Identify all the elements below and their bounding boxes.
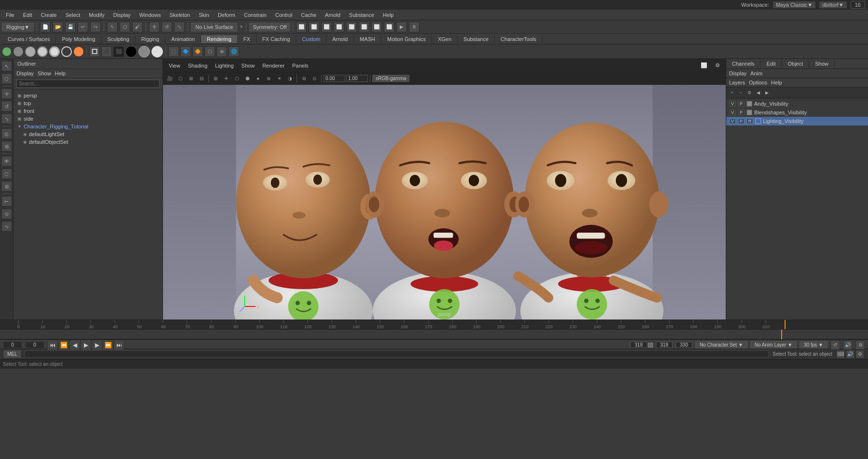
rp-layers-btn[interactable]: Layers — [729, 80, 745, 85]
wireframe-btn[interactable]: ⬡ — [1, 168, 12, 179]
frame-330-display[interactable] — [676, 342, 692, 348]
tab-arnold[interactable]: Arnold — [326, 35, 354, 43]
scale-btn[interactable]: ⤡ — [174, 22, 185, 32]
next-key-btn[interactable]: ▶ — [92, 340, 102, 350]
menu-skeleton[interactable]: Skeleton — [165, 11, 194, 19]
prev-key-btn[interactable]: ◀ — [69, 340, 80, 350]
redo-btn[interactable]: ↪ — [90, 22, 101, 32]
viewport[interactable]: View Shading Lighting Show Renderer Pane… — [163, 59, 726, 320]
command-input[interactable] — [25, 350, 769, 358]
vp-grid-btn[interactable]: ⊞ — [211, 74, 220, 83]
uvs-btn[interactable]: ⊞ — [1, 181, 12, 192]
rt-btn10[interactable]: ⬛ — [113, 46, 124, 57]
step-back-btn[interactable]: ⏪ — [58, 340, 69, 350]
tab-mash[interactable]: MASH — [354, 35, 381, 43]
menu-constrain[interactable]: Constrain — [240, 11, 271, 19]
menu-deform[interactable]: Deform — [214, 11, 239, 19]
snap-btn[interactable]: ⊞ — [1, 141, 12, 152]
vp-menu-view[interactable]: View — [166, 62, 183, 70]
rewind-start-btn[interactable]: ⏮ — [47, 340, 58, 350]
new-scene-btn[interactable]: 📄 — [40, 22, 51, 32]
rt-btn13[interactable]: 🔶 — [192, 46, 203, 57]
tab-poly-modeling[interactable]: Poly Modeling — [56, 35, 101, 43]
menu-select[interactable]: Select — [62, 11, 84, 19]
joints-btn[interactable]: ⊙ — [1, 209, 12, 219]
user-dropdown[interactable]: dbittorf▼ — [819, 1, 847, 8]
vp-iso-btn[interactable]: ⧉ — [299, 74, 309, 83]
tree-item-side[interactable]: ▣ side — [14, 115, 163, 123]
save-scene-btn[interactable]: 💾 — [65, 22, 76, 32]
tab-custom[interactable]: Custom — [296, 35, 326, 43]
vp-toggle3[interactable]: ⊟ — [197, 74, 206, 83]
layer-add-btn[interactable]: + — [728, 89, 736, 97]
tab-rigging[interactable]: Rigging — [136, 35, 165, 43]
rt-btn11[interactable]: ⬚ — [168, 46, 179, 57]
search-input[interactable] — [16, 80, 160, 88]
vp-menu-shading[interactable]: Shading — [185, 62, 210, 70]
tb-icon6[interactable]: ⬜ — [359, 22, 369, 32]
outliner-menu-help[interactable]: Help — [55, 70, 66, 76]
tab-substance[interactable]: Substance — [458, 35, 495, 43]
layer-v1[interactable]: V — [729, 101, 736, 107]
rp-tab-channels[interactable]: Channels — [726, 59, 760, 69]
tb-icon8[interactable]: ⬜ — [384, 22, 394, 32]
step-fwd-btn[interactable]: ⏩ — [103, 340, 113, 350]
vp-smooth-btn[interactable]: ⬢ — [243, 74, 252, 83]
tree-item-objectset[interactable]: ◉ defaultObjectSet — [14, 138, 163, 146]
menu-windows[interactable]: Windows — [136, 11, 165, 19]
vp-menu-lighting[interactable]: Lighting — [212, 62, 237, 70]
tree-item-lightset[interactable]: ◉ defaultLightSet — [14, 130, 163, 138]
tree-item-persp[interactable]: ▣ persp — [14, 92, 163, 99]
rp-subtab-anim[interactable]: Anim — [750, 70, 762, 76]
layer-arrow-btn[interactable]: ◀ — [754, 89, 762, 97]
viewport-canvas[interactable]: x y persp — [163, 85, 726, 320]
rt-black-btn[interactable] — [125, 46, 137, 57]
rt-btn4[interactable] — [37, 46, 48, 57]
rt-btn2[interactable] — [13, 46, 24, 57]
vp-menu-panels[interactable]: Panels — [289, 62, 312, 70]
menu-file[interactable]: File — [2, 11, 18, 19]
rp-options-btn[interactable]: Options — [749, 80, 767, 85]
vp-origin-btn[interactable]: ✛ — [221, 74, 231, 83]
tab-curves-surfaces[interactable]: Curves / Surfaces — [2, 35, 56, 43]
curves-btn[interactable]: ∿ — [1, 221, 12, 232]
layer-p3[interactable]: P — [738, 118, 745, 124]
menu-edit[interactable]: Edit — [19, 11, 36, 19]
rt-btn5[interactable] — [49, 46, 60, 57]
layer-del-btn[interactable]: − — [737, 89, 745, 97]
rt-btn7[interactable] — [73, 46, 84, 57]
vp-toggle1[interactable]: ⬡ — [176, 74, 185, 83]
layer-v2[interactable]: V — [729, 110, 736, 115]
rt-white-btn[interactable] — [151, 46, 163, 57]
tab-animation[interactable]: Animation — [165, 35, 201, 43]
vp-menu-renderer[interactable]: Renderer — [259, 62, 287, 70]
rt-btn9[interactable]: ⬛ — [101, 46, 112, 57]
tb-icon7[interactable]: ⬜ — [371, 22, 382, 32]
rt-btn6[interactable] — [61, 46, 72, 57]
settings-anim-btn[interactable]: ⚙ — [855, 340, 865, 350]
menu-display[interactable]: Display — [109, 11, 135, 19]
select-mode-btn[interactable]: ↖ — [1, 61, 12, 71]
pause-btn[interactable]: ⏸ — [409, 22, 420, 32]
vp-toggle2[interactable]: ⊞ — [186, 74, 196, 83]
tb-icon2[interactable]: ⬜ — [309, 22, 319, 32]
tree-item-top[interactable]: ▣ top — [14, 99, 163, 107]
vp-tex-btn[interactable]: ⊛ — [264, 74, 273, 83]
vp-camera-btn[interactable]: 🎥 — [165, 74, 175, 83]
rp-tab-edit[interactable]: Edit — [760, 59, 782, 69]
show-hide-btn[interactable]: 👁 — [1, 156, 12, 167]
layer-p2[interactable]: P — [738, 110, 745, 115]
menu-cache[interactable]: Cache — [297, 11, 320, 19]
sound-btn[interactable]: 🔊 — [843, 340, 853, 350]
rt-btn16[interactable]: 🌐 — [229, 46, 239, 57]
vp-settings-btn[interactable]: ⚙ — [712, 61, 723, 70]
menu-arnold[interactable]: Arnold — [321, 11, 344, 19]
paint-btn[interactable]: 🖌 — [132, 22, 143, 32]
menu-help[interactable]: Help — [379, 11, 398, 19]
menu-skin[interactable]: Skin — [195, 11, 213, 19]
play-btn[interactable]: ▶ — [81, 340, 91, 350]
no-live-surface-arrow[interactable]: ▼ — [239, 25, 243, 29]
outliner-menu-show[interactable]: Show — [38, 70, 51, 76]
menu-control[interactable]: Control — [271, 11, 296, 19]
layer-p1[interactable]: P — [738, 101, 745, 107]
